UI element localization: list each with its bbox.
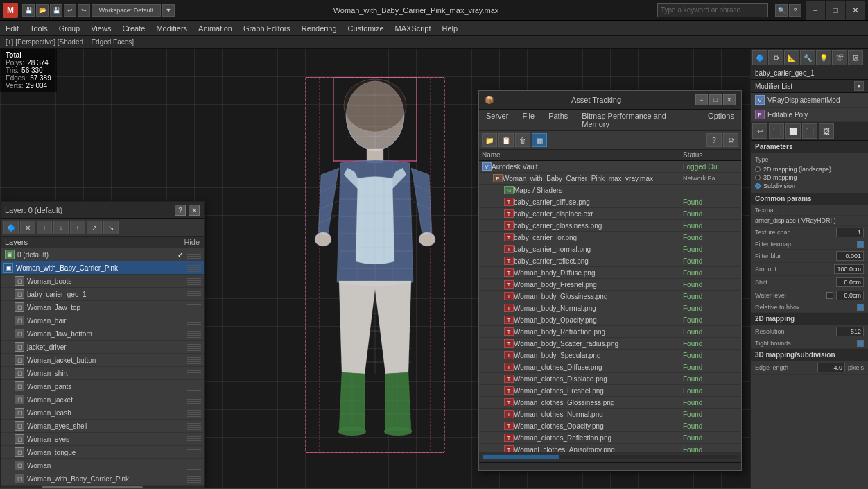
layer-scrollbar[interactable] — [1, 486, 204, 488]
menu-views[interactable]: Views — [85, 21, 116, 35]
asset-help-btn[interactable]: ? — [706, 133, 722, 147]
workspace-dropdown[interactable]: ▼ — [162, 4, 175, 17]
layer-toolbar-btn3[interactable]: + — [37, 221, 52, 234]
layer-toolbar-btn2[interactable]: ✕ — [20, 221, 35, 234]
viewport[interactable]: Total Polys: 28 374 Tris: 56 330 Edges: … — [0, 49, 750, 488]
asset-row[interactable]: T Woman_body_Scatter_radius.png Found — [479, 338, 741, 350]
props-btn2[interactable]: ⚙ — [768, 50, 783, 65]
menu-rendering[interactable]: Rendering — [296, 21, 342, 35]
props-nav-btn4[interactable]: ⬛ — [802, 123, 817, 139]
asset-row[interactable]: T Woman_body_Opacity.png Found — [479, 314, 741, 326]
maximize-btn[interactable]: □ — [826, 1, 845, 20]
undo-btn[interactable]: ↩ — [64, 4, 76, 17]
menu-group[interactable]: Group — [53, 21, 86, 35]
asset-row[interactable]: T Woman_clothes_Displace.png Found — [479, 373, 741, 385]
asset-row[interactable]: T Woman_clothes_Fresnel.png Found — [479, 385, 741, 397]
resolution-value[interactable]: 512 — [836, 327, 864, 336]
menu-animation[interactable]: Animation — [193, 21, 238, 35]
props-btn7[interactable]: 🖼 — [848, 50, 863, 65]
search-box[interactable]: Type a keyword or phrase — [657, 3, 768, 17]
props-btn6[interactable]: 🎬 — [832, 50, 847, 65]
asset-row[interactable]: T Woman_body_Specular.png Found — [479, 350, 741, 361]
layer-item-carrier-geo[interactable]: ◻ baby_carier_geo_1 — [1, 288, 204, 301]
menu-create[interactable]: Create — [116, 21, 150, 35]
asset-row[interactable]: T Woman_body_Diffuse.png Found — [479, 267, 741, 279]
asset-menu-bitmap[interactable]: Bitmap Performance and Memory — [575, 110, 701, 130]
relative-bbox-checkbox[interactable] — [857, 304, 864, 311]
layer-scrollbar-thumb[interactable] — [42, 486, 144, 488]
layer-item-jacket[interactable]: ◻ Woman_jacket — [1, 393, 204, 406]
quick-access-btn[interactable]: 💾 — [22, 4, 35, 17]
asset-maximize-btn[interactable]: □ — [709, 94, 722, 105]
layer-item-tongue[interactable]: ◻ Woman_tongue — [1, 446, 204, 459]
layer-item-default[interactable]: ▣ 0 (default) ✓ — [1, 248, 204, 261]
props-btn3[interactable]: 📐 — [784, 50, 799, 65]
modifier-item-vray[interactable]: V VRayDisplacementMod — [751, 93, 868, 108]
props-nav-btn2[interactable]: ⬛ — [769, 123, 784, 139]
asset-minimize-btn[interactable]: − — [695, 94, 708, 105]
menu-tools[interactable]: Tools — [24, 21, 53, 35]
workspace-btn[interactable]: Workspace: Default — [92, 4, 161, 17]
layer-item-woman[interactable]: ◻ Woman — [1, 459, 204, 472]
layer-toolbar-btn5[interactable]: ↑ — [70, 221, 85, 234]
props-btn4[interactable]: 🔧 — [800, 50, 815, 65]
layer-list[interactable]: ▣ 0 (default) ✓ ▣ Woman_with_Baby_Carrie… — [1, 248, 204, 486]
close-btn[interactable]: ✕ — [846, 1, 865, 20]
asset-row[interactable]: T Woman_clothes_Opacity.png Found — [479, 420, 741, 432]
menu-modifiers[interactable]: Modifiers — [150, 21, 193, 35]
layer-item-leash[interactable]: ◻ Woman_leash — [1, 406, 204, 420]
asset-tbtn2[interactable]: 📋 — [498, 133, 514, 147]
asset-settings-btn[interactable]: ⚙ — [723, 133, 738, 147]
tight-bounds-checkbox[interactable] — [857, 340, 864, 347]
asset-tbtn3[interactable]: 🗑 — [515, 133, 530, 147]
asset-tbtn1[interactable]: 📁 — [482, 133, 497, 147]
asset-row[interactable]: T Woman_body_Refraction.png Found — [479, 326, 741, 338]
asset-row[interactable]: F Woman_with_Baby_Carrier_Pink_max_vray.… — [479, 173, 741, 185]
filter-texmap-checkbox[interactable] — [857, 241, 864, 248]
asset-row[interactable]: T Woman_body_Fresnel.png Found — [479, 279, 741, 291]
props-nav-btn5[interactable]: 🖼 — [819, 123, 834, 139]
layer-item-eyes[interactable]: ◻ Woman_eyes — [1, 433, 204, 446]
radio-3d-mapping[interactable]: 3D mapping — [755, 173, 864, 182]
modifier-item-poly[interactable]: P Editable Poly — [751, 108, 868, 122]
asset-list[interactable]: V Autodesk Vault Logged Ou F Woman_with_… — [479, 161, 741, 452]
menu-help[interactable]: Help — [437, 21, 464, 35]
props-nav-btn3[interactable]: ⬜ — [785, 123, 801, 139]
asset-menu-options[interactable]: Options — [701, 110, 741, 130]
shift-value[interactable]: 0.0cm — [836, 277, 864, 287]
layer-item-jaw-top[interactable]: ◻ Woman_Jaw_top — [1, 301, 204, 314]
asset-row[interactable]: T Woman_body_Normal.png Found — [479, 302, 741, 314]
asset-row[interactable]: T Woman_clothes_Reflection.png Found — [479, 432, 741, 444]
help-btn[interactable]: ? — [789, 4, 801, 17]
layer-item-boots[interactable]: ◻ Woman_boots — [1, 275, 204, 288]
menu-customize[interactable]: Customize — [342, 21, 390, 35]
layer-item-carrier[interactable]: ▣ Woman_with_Baby_Carrier_Pink — [1, 261, 204, 275]
layer-toolbar-btn4[interactable]: ↓ — [53, 221, 69, 234]
layer-item-jacket-button[interactable]: ◻ Woman_jacket_button — [1, 354, 204, 367]
amount-value[interactable]: 100.0cm — [834, 264, 864, 274]
asset-menu-server[interactable]: Server — [479, 110, 515, 130]
asset-row[interactable]: T Woman_clothes_Diffuse.png Found — [479, 361, 741, 373]
layer-toolbar-btn6[interactable]: ↗ — [87, 221, 102, 234]
asset-tbtn4[interactable]: ▦ — [532, 133, 547, 147]
asset-row[interactable]: T Woman_clothes_Normal.png Found — [479, 409, 741, 420]
menu-edit[interactable]: Edit — [0, 21, 24, 35]
layer-item-woman-carrier2[interactable]: ◻ Woman_with_Baby_Carrier_Pink — [1, 472, 204, 486]
minimize-btn[interactable]: − — [806, 1, 825, 20]
layer-toolbar-btn7[interactable]: ↘ — [103, 221, 119, 234]
asset-menu-paths[interactable]: Paths — [541, 110, 575, 130]
props-nav-btn1[interactable]: ↩ — [752, 123, 767, 139]
asset-row[interactable]: T Woman_body_Glossiness.png Found — [479, 291, 741, 302]
open-btn[interactable]: 📂 — [36, 4, 49, 17]
layer-item-hair[interactable]: ◻ Woman_hair — [1, 314, 204, 327]
layer-item-jaw-bottom[interactable]: ◻ Woman_Jaw_bottom — [1, 327, 204, 341]
search-btn[interactable]: 🔍 — [775, 4, 788, 17]
texture-chan-value[interactable]: 1 — [836, 228, 864, 237]
props-btn1[interactable]: 🔷 — [752, 50, 767, 65]
props-btn5[interactable]: 💡 — [816, 50, 831, 65]
asset-row[interactable]: T baby_carrier_displace.exr Found — [479, 208, 741, 220]
asset-row[interactable]: T baby_carrier_reflect.png Found — [479, 255, 741, 267]
asset-row[interactable]: V Autodesk Vault Logged Ou — [479, 161, 741, 173]
modifier-dropdown[interactable]: ▼ — [854, 81, 864, 91]
asset-row[interactable]: T Woman_clothes_Glossiness.png Found — [479, 397, 741, 409]
